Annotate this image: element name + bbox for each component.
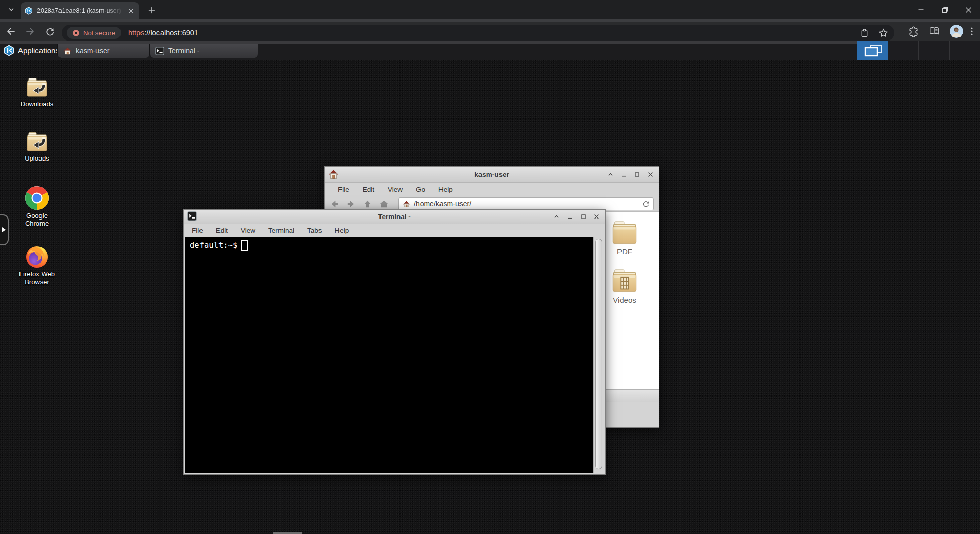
terminal-screen[interactable]: default:~$ bbox=[185, 237, 604, 473]
maximize-icon[interactable] bbox=[579, 212, 588, 221]
path-text: /home/kasm-user/ bbox=[414, 200, 638, 208]
xfce-panel: Applications kasm-user Terminal - bbox=[0, 41, 980, 60]
file-manager-menubar: File Edit View Go Help bbox=[325, 183, 659, 196]
menu-edit[interactable]: Edit bbox=[216, 227, 228, 234]
tab-search-button[interactable] bbox=[5, 4, 17, 15]
pdf-folder-icon bbox=[610, 220, 639, 246]
close-icon[interactable] bbox=[592, 212, 601, 221]
scrollbar-thumb[interactable] bbox=[595, 239, 602, 469]
folder-item-videos[interactable]: Videos bbox=[603, 268, 646, 304]
workspace-4[interactable] bbox=[949, 41, 980, 60]
home-folder-icon bbox=[63, 47, 72, 55]
taskbar-item-kasm-user[interactable]: kasm-user bbox=[57, 44, 150, 58]
task-label: kasm-user bbox=[76, 47, 109, 55]
menu-tabs[interactable]: Tabs bbox=[307, 227, 322, 234]
browser-toolbar: Not secure https://localhost:6901 bbox=[0, 19, 980, 41]
stacked-windows-icon bbox=[862, 43, 884, 58]
menu-view[interactable]: View bbox=[241, 227, 255, 234]
home-icon bbox=[328, 169, 339, 180]
shade-icon[interactable] bbox=[606, 170, 615, 179]
desktop-icon-label: Firefox Web Browser bbox=[15, 271, 59, 286]
address-bar[interactable]: Not secure https://localhost:6901 bbox=[62, 25, 894, 41]
menu-help[interactable]: Help bbox=[335, 227, 349, 234]
desktop-icon-google-chrome[interactable]: Google Chrome bbox=[12, 186, 62, 228]
menu-help[interactable]: Help bbox=[438, 186, 453, 193]
tab-close-icon[interactable] bbox=[126, 6, 135, 15]
minimize-icon[interactable] bbox=[619, 170, 628, 179]
shade-icon[interactable] bbox=[552, 212, 561, 221]
path-reload-icon[interactable] bbox=[642, 200, 650, 208]
menu-file[interactable]: File bbox=[338, 186, 349, 193]
terminal-title: Terminal - bbox=[378, 213, 411, 221]
forward-button[interactable] bbox=[24, 25, 37, 38]
nav-forward-icon[interactable] bbox=[346, 199, 356, 209]
terminal-icon bbox=[155, 47, 164, 55]
file-manager-window-controls bbox=[606, 167, 655, 182]
desktop-icon-uploads[interactable]: Uploads bbox=[12, 131, 62, 163]
browser-tab-strip: 2028a7a1eae8:1 (kasm-user) - K bbox=[0, 0, 980, 19]
extensions-puzzle-icon[interactable] bbox=[908, 26, 919, 37]
not-secure-icon bbox=[72, 29, 80, 37]
toolbar-separator bbox=[945, 27, 945, 36]
not-secure-label: Not secure bbox=[83, 29, 115, 37]
share-clipboard-icon[interactable] bbox=[859, 28, 869, 38]
desktop-icon-firefox[interactable]: Firefox Web Browser bbox=[12, 244, 62, 286]
file-manager-title: kasm-user bbox=[474, 171, 509, 179]
menu-go[interactable]: Go bbox=[416, 186, 425, 193]
menu-terminal[interactable]: Terminal bbox=[268, 227, 294, 234]
kasm-logo-icon bbox=[3, 45, 15, 56]
arrow-right-icon bbox=[2, 227, 6, 232]
reload-button[interactable] bbox=[43, 25, 56, 38]
url-text: https://localhost:6901 bbox=[128, 29, 198, 37]
menu-edit[interactable]: Edit bbox=[363, 186, 374, 193]
folder-item-pdf[interactable]: PDF bbox=[603, 220, 646, 256]
profile-avatar[interactable] bbox=[950, 25, 963, 38]
maximize-icon[interactable] bbox=[633, 170, 642, 179]
nav-home-icon[interactable] bbox=[379, 199, 389, 209]
workspace-3[interactable] bbox=[918, 41, 949, 60]
workspace-1-active[interactable] bbox=[857, 41, 888, 60]
taskbar-item-terminal[interactable]: Terminal - bbox=[150, 44, 258, 58]
browser-tab[interactable]: 2028a7a1eae8:1 (kasm-user) - K bbox=[21, 2, 139, 19]
terminal-prompt-line: default:~$ bbox=[190, 240, 248, 251]
firefox-icon bbox=[25, 244, 49, 269]
terminal-menubar: File Edit View Terminal Tabs Help bbox=[184, 224, 605, 237]
nav-back-icon[interactable] bbox=[330, 199, 339, 209]
back-button[interactable] bbox=[4, 25, 17, 38]
folder-label: PDF bbox=[603, 247, 646, 256]
menu-view[interactable]: View bbox=[388, 186, 403, 193]
terminal-titlebar[interactable]: Terminal - bbox=[184, 210, 605, 224]
path-bar[interactable]: /home/kasm-user/ bbox=[398, 197, 654, 210]
minimize-icon[interactable] bbox=[566, 212, 574, 221]
terminal-window-controls bbox=[552, 210, 601, 224]
google-chrome-icon bbox=[25, 186, 49, 210]
videos-folder-icon bbox=[610, 268, 639, 294]
bookmark-star-icon[interactable] bbox=[878, 28, 888, 38]
reading-list-book-icon[interactable] bbox=[929, 26, 940, 37]
desktop-icon-downloads[interactable]: Downloads bbox=[12, 77, 62, 108]
folder-label: Videos bbox=[603, 295, 646, 304]
menu-dots-icon[interactable] bbox=[968, 27, 976, 36]
window-minimize-icon[interactable] bbox=[909, 0, 933, 19]
close-icon[interactable] bbox=[646, 170, 655, 179]
terminal-prompt: default:~$ bbox=[190, 241, 237, 250]
menu-file[interactable]: File bbox=[192, 227, 203, 234]
workspace-switcher bbox=[857, 41, 980, 60]
url-host: ://localhost:6901 bbox=[144, 29, 198, 37]
downloads-folder-icon bbox=[25, 77, 49, 98]
kasm-side-panel-toggle[interactable] bbox=[0, 214, 9, 245]
terminal-scrollbar[interactable] bbox=[593, 237, 604, 473]
workspace-2[interactable] bbox=[888, 41, 918, 60]
window-restore-icon[interactable] bbox=[933, 0, 956, 19]
nav-up-icon[interactable] bbox=[363, 199, 372, 209]
desktop-icon-label: Uploads bbox=[12, 155, 62, 163]
not-secure-chip[interactable]: Not secure bbox=[67, 27, 121, 39]
desktop-icon-label: Google Chrome bbox=[15, 212, 59, 228]
terminal-cursor bbox=[241, 240, 248, 251]
applications-label: Applications bbox=[18, 46, 59, 55]
window-close-icon[interactable] bbox=[956, 0, 980, 19]
desktop-icon-label: Downloads bbox=[12, 101, 62, 108]
new-tab-button[interactable] bbox=[146, 4, 158, 16]
file-manager-titlebar[interactable]: kasm-user bbox=[325, 167, 659, 183]
tab-title: 2028a7a1eae8:1 (kasm-user) - K bbox=[37, 7, 122, 14]
